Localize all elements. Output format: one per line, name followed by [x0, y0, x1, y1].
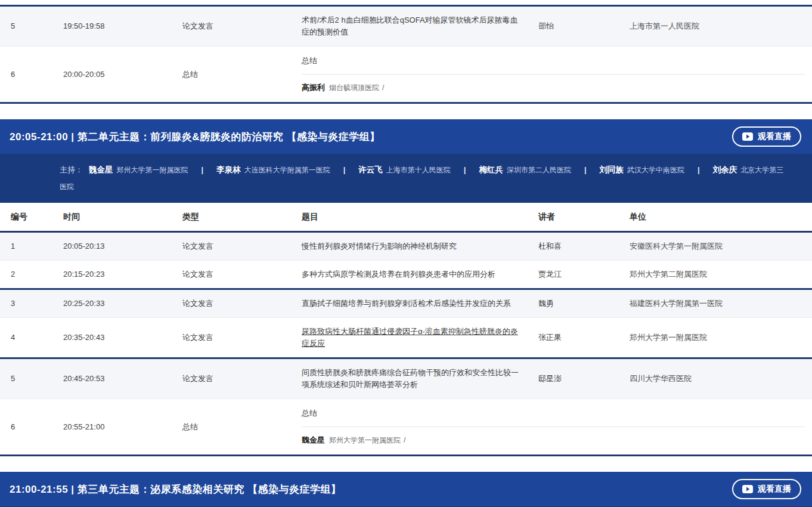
previous-session-table: 519:50-19:58论文发言术前/术后2 h血白细胞比联合qSOFA对输尿管…	[0, 5, 812, 104]
summary-presenter-unit: 郑州大学第一附属医院	[329, 436, 401, 444]
summary-presenter-name: 魏金星	[302, 435, 325, 444]
summary-label: 总结	[302, 51, 805, 74]
summary-cell: 总结高振利烟台毓璜顶医院/	[291, 47, 812, 103]
type-cell: 论文发言	[172, 318, 291, 358]
unit-cell: 郑州大学第二附属医院	[619, 261, 812, 289]
table-row: 220:15-20:23论文发言多种方式病原学检测及培养在前列腺炎患者中的应用分…	[0, 261, 812, 289]
moderator-name: 魏金星	[89, 165, 113, 174]
type-cell: 论文发言	[172, 289, 291, 318]
unit-cell: 安徽医科大学第一附属医院	[619, 232, 812, 261]
type-cell: 论文发言	[172, 358, 291, 399]
column-header: 单位	[619, 203, 812, 232]
moderator-separator: |	[464, 165, 466, 174]
title-cell: 多种方式病原学检测及培养在前列腺炎患者中的应用分析	[291, 261, 528, 289]
summary-presenter: 魏金星郑州大学第一附属医院/	[302, 427, 805, 450]
moderator-name: 李泉林	[216, 165, 241, 174]
moderator-name: 刘同族	[600, 165, 624, 174]
speaker-cell: 杜和喜	[528, 232, 619, 261]
row-number: 5	[0, 358, 52, 399]
moderator-separator: |	[343, 165, 346, 174]
table-row: 420:35-20:43论文发言尿路致病性大肠杆菌通过侵袭因子α-溶血素抑制急性…	[0, 318, 812, 358]
moderator-entry: 魏金星郑州大学第一附属医院	[89, 165, 188, 174]
summary-slash: /	[404, 436, 405, 444]
conference-agenda-page: 519:50-19:58论文发言术前/术后2 h血白细胞比联合qSOFA对输尿管…	[0, 5, 812, 507]
moderator-entry: 梅红兵深圳市第二人民医院	[479, 165, 571, 174]
time-cell: 20:45-20:53	[52, 358, 172, 399]
column-header: 编号	[0, 203, 52, 232]
table-header-row: 编号时间类型题目讲者单位	[0, 203, 812, 232]
table-row: 520:45-20:53论文发言间质性膀胱炎和膀胱疼痛综合征药物干预的疗效和安全…	[0, 358, 812, 399]
table-row: 320:25-20:33论文发言直肠拭子细菌培养与前列腺穿刺活检术后感染性并发症…	[0, 289, 812, 318]
moderator-name: 梅红兵	[479, 165, 503, 174]
session-header-bar: 21:00-21:55 | 第三单元主题：泌尿系感染相关研究 【感染与炎症学组】…	[0, 472, 812, 506]
title-cell: 直肠拭子细菌培养与前列腺穿刺活检术后感染性并发症的关系	[291, 289, 528, 318]
watch-live-label: 观看直播	[758, 484, 791, 494]
type-cell: 论文发言	[172, 232, 291, 261]
play-icon	[742, 132, 753, 141]
row-number: 1	[0, 232, 52, 261]
moderator-name: 许云飞	[358, 165, 383, 174]
time-cell: 20:05-20:13	[52, 232, 172, 261]
summary-slash: /	[382, 84, 384, 92]
row-number: 2	[0, 261, 52, 289]
moderator-entry: 李泉林大连医科大学附属第一医院	[216, 165, 330, 174]
row-number: 6	[0, 399, 52, 456]
agenda-table: 编号时间类型题目讲者单位 120:05-20:13论文发言慢性前列腺炎对情绪行为…	[0, 203, 812, 456]
time-cell: 20:55-21:00	[52, 399, 172, 456]
time-cell: 20:00-20:05	[52, 47, 172, 103]
title-cell: 慢性前列腺炎对情绪行为影响的神经机制研究	[291, 232, 528, 261]
session-header-bar: 20:05-21:00 | 第二单元主题：前列腺炎&膀胱炎的防治研究 【感染与炎…	[0, 119, 812, 154]
session-title: 21:00-21:55 | 第三单元主题：泌尿系感染相关研究 【感染与炎症学组】	[10, 483, 342, 496]
row-number: 3	[0, 289, 52, 318]
table-row: 120:05-20:13论文发言慢性前列腺炎对情绪行为影响的神经机制研究杜和喜安…	[0, 232, 812, 261]
summary-presenter: 高振利烟台毓璜顶医院/	[302, 75, 805, 97]
moderator-entry: 刘同族武汉大学中南医院	[600, 165, 685, 174]
title-cell[interactable]: 尿路致病性大肠杆菌通过侵袭因子α-溶血素抑制急性膀胱炎的炎症反应	[291, 318, 528, 358]
summary-presenter-unit: 烟台毓璜顶医院	[329, 84, 379, 92]
speaker-cell: 邸星澎	[528, 358, 619, 399]
type-cell: 论文发言	[172, 261, 291, 289]
unit-cell: 上海市第一人民医院	[619, 6, 812, 47]
moderators-label: 主持：	[60, 165, 83, 174]
play-icon	[742, 485, 753, 493]
speaker-cell: 魏勇	[528, 289, 619, 318]
title-cell: 间质性膀胱炎和膀胱疼痛综合征药物干预的疗效和安全性比较一项系统综述和贝叶斯网络荟…	[291, 358, 528, 399]
moderator-separator: |	[698, 165, 700, 174]
session-section-3: 21:00-21:55 | 第三单元主题：泌尿系感染相关研究 【感染与炎症学组】…	[0, 472, 812, 507]
moderators-bar: 主持：魏金星郑州大学第一附属医院|李泉林大连医科大学附属第一医院|许云飞上海市第…	[0, 154, 812, 203]
row-number: 5	[0, 6, 52, 47]
unit-cell: 四川大学华西医院	[619, 358, 812, 399]
moderator-unit: 郑州大学第一附属医院	[117, 166, 188, 174]
unit-cell: 郑州大学第一附属医院	[619, 318, 812, 358]
moderator-unit: 武汉大学中南医院	[627, 166, 684, 174]
session-section-2: 20:05-21:00 | 第二单元主题：前列腺炎&膀胱炎的防治研究 【感染与炎…	[0, 119, 812, 456]
moderator-separator: |	[584, 165, 587, 174]
moderator-unit: 大连医科大学附属第一医院	[244, 166, 330, 174]
column-header: 时间	[52, 203, 172, 232]
speaker-cell: 贾龙江	[528, 261, 619, 289]
table-row: 620:00-20:05总结总结高振利烟台毓璜顶医院/	[0, 47, 812, 103]
row-number: 6	[0, 47, 52, 103]
speaker-cell: 张正果	[528, 318, 619, 358]
title-cell: 术前/术后2 h血白细胞比联合qSOFA对输尿管软镜术后尿脓毒血症的预测价值	[291, 6, 528, 47]
moderator-separator: |	[202, 165, 204, 174]
row-number: 4	[0, 318, 52, 358]
moderator-name: 刘余庆	[713, 165, 737, 174]
session-title: 20:05-21:00 | 第二单元主题：前列腺炎&膀胱炎的防治研究 【感染与炎…	[10, 130, 380, 144]
column-header: 讲者	[528, 203, 619, 232]
time-cell: 20:35-20:43	[52, 318, 172, 358]
unit-cell: 福建医科大学附属第一医院	[619, 289, 812, 318]
table-row: 620:55-21:00总结总结魏金星郑州大学第一附属医院/	[0, 399, 812, 456]
column-header: 类型	[172, 203, 291, 232]
time-cell: 20:15-20:23	[52, 261, 172, 289]
time-cell: 20:25-20:33	[52, 289, 172, 318]
moderator-entry: 许云飞上海市第十人民医院	[358, 165, 451, 174]
table-row: 519:50-19:58论文发言术前/术后2 h血白细胞比联合qSOFA对输尿管…	[0, 6, 812, 47]
watch-live-button[interactable]: 观看直播	[732, 126, 801, 147]
watch-live-button[interactable]: 观看直播	[732, 479, 801, 499]
type-cell: 总结	[172, 399, 291, 456]
moderator-unit: 深圳市第二人民医院	[507, 166, 571, 174]
summary-presenter-name: 高振利	[302, 83, 325, 92]
time-cell: 19:50-19:58	[52, 6, 172, 47]
watch-live-label: 观看直播	[758, 131, 791, 142]
